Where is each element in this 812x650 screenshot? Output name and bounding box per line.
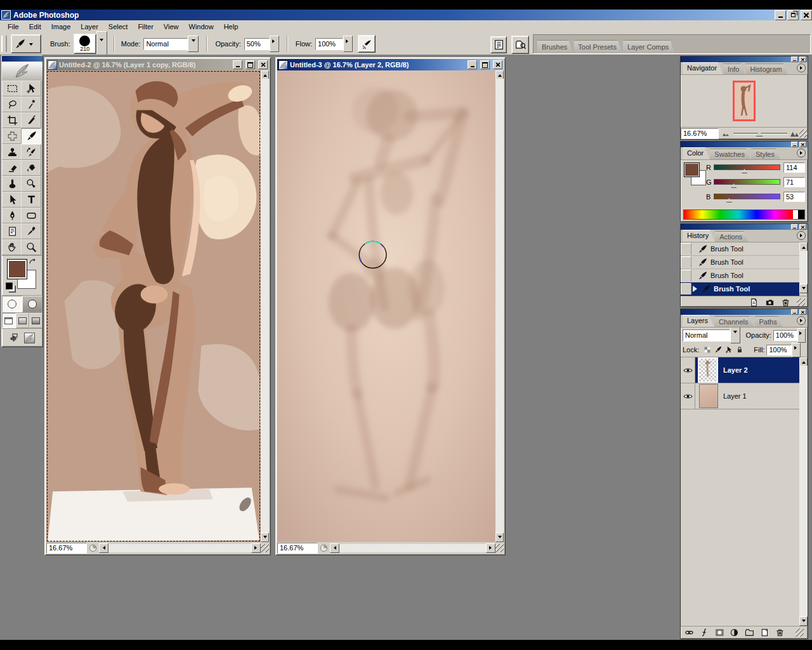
- menu-help[interactable]: Help: [219, 21, 244, 32]
- tab-histogram[interactable]: Histogram: [745, 63, 787, 74]
- navigator-palette-menu-button[interactable]: [797, 63, 806, 72]
- history-grip[interactable]: [681, 224, 808, 230]
- color-minimize-button[interactable]: [791, 142, 798, 147]
- tool-brush[interactable]: [21, 128, 41, 144]
- tool-type[interactable]: [21, 192, 41, 208]
- standard-mode-button[interactable]: [2, 296, 22, 312]
- doc1-resize-grip[interactable]: [261, 544, 269, 552]
- history-state-row[interactable]: Brush Tool: [681, 256, 799, 269]
- history-resize-grip[interactable]: [797, 298, 805, 307]
- fullscreen-menubar-mode-button[interactable]: [16, 313, 30, 328]
- red-value-field[interactable]: 114: [783, 162, 805, 173]
- jump-to-imageready-button[interactable]: [2, 328, 43, 347]
- adjustment-layer-icon[interactable]: [730, 628, 739, 637]
- mode-dropdown[interactable]: [188, 36, 199, 52]
- blue-value-field[interactable]: 53: [783, 192, 805, 202]
- layer-1-visibility-toggle[interactable]: [681, 383, 695, 409]
- tool-lasso[interactable]: [2, 96, 22, 112]
- opacity-spinner[interactable]: [270, 36, 279, 52]
- layer-row-layer-2[interactable]: Layer 2: [681, 357, 799, 383]
- navigator-view-box[interactable]: [733, 81, 756, 121]
- history-scrollbar[interactable]: [799, 242, 808, 293]
- tab-color[interactable]: Color: [683, 147, 709, 159]
- tab-paths[interactable]: Paths: [755, 316, 783, 327]
- tool-dodge[interactable]: [21, 176, 41, 192]
- menu-window[interactable]: Window: [184, 21, 219, 32]
- navigator-zoom-field[interactable]: 16.67%: [681, 128, 719, 139]
- menu-file[interactable]: File: [3, 21, 24, 32]
- restore-button[interactable]: [787, 10, 799, 20]
- history-state-row-selected[interactable]: Brush Tool: [681, 282, 799, 296]
- layer-mask-icon[interactable]: [715, 628, 724, 637]
- history-minimize-button[interactable]: [791, 224, 798, 230]
- doc2-hscroll-right[interactable]: [486, 543, 495, 553]
- layers-opacity-spinner[interactable]: [797, 328, 806, 343]
- layers-opacity-field[interactable]: 100%: [773, 330, 797, 341]
- new-document-from-state-icon[interactable]: [749, 298, 759, 307]
- brush-preset-picker[interactable]: 210: [74, 34, 96, 54]
- history-state-marker[interactable]: [693, 286, 700, 292]
- current-tool-button[interactable]: [11, 34, 41, 53]
- history-close-button[interactable]: [799, 224, 806, 230]
- tab-layers[interactable]: Layers: [683, 315, 714, 327]
- doc1-hscroll-track[interactable]: [108, 544, 251, 552]
- tool-dropdown-arrow[interactable]: [29, 43, 33, 48]
- doc2-hscroll-left[interactable]: [330, 543, 339, 553]
- minimize-button[interactable]: [775, 10, 786, 20]
- new-layer-icon[interactable]: [760, 628, 769, 637]
- lock-transparency-button[interactable]: [702, 345, 712, 355]
- tool-healing-brush[interactable]: [2, 128, 22, 144]
- flow-spinner[interactable]: [343, 36, 353, 52]
- blend-mode-dropdown[interactable]: [730, 327, 740, 343]
- tab-info[interactable]: Info: [723, 63, 745, 74]
- close-button[interactable]: [801, 10, 812, 20]
- doc1-vertical-scrollbar[interactable]: [261, 70, 269, 542]
- doc1-zoom-field[interactable]: 16.67%: [46, 543, 87, 554]
- well-tab-tool-presets[interactable]: Tool Presets: [573, 40, 622, 53]
- well-tab-layer-comps[interactable]: Layer Comps: [623, 40, 674, 53]
- menu-image[interactable]: Image: [46, 21, 76, 32]
- layers-scrollbar[interactable]: [799, 357, 808, 626]
- toolbox-logo[interactable]: [2, 62, 43, 81]
- well-tab-brushes[interactable]: Brushes: [537, 40, 573, 53]
- lock-position-button[interactable]: [723, 345, 734, 355]
- red-slider[interactable]: [714, 163, 780, 172]
- tool-notes[interactable]: [2, 223, 22, 239]
- doc1-minimize-button[interactable]: [233, 60, 242, 69]
- tab-swatches[interactable]: Swatches: [710, 149, 750, 159]
- color-close-button[interactable]: [799, 142, 806, 147]
- tool-slice[interactable]: [21, 112, 41, 128]
- doc1-canvas[interactable]: [46, 70, 261, 542]
- toggle-brushes-palette-button[interactable]: [490, 36, 507, 53]
- history-source-well[interactable]: [681, 256, 691, 268]
- menu-select[interactable]: Select: [103, 21, 133, 32]
- tool-rounded-rectangle[interactable]: [21, 208, 41, 223]
- blue-slider[interactable]: [714, 192, 780, 201]
- history-source-well[interactable]: [681, 270, 691, 281]
- layer-row-layer-1[interactable]: Layer 1: [681, 383, 799, 409]
- tab-channels[interactable]: Channels: [714, 316, 754, 327]
- green-value-field[interactable]: 71: [783, 177, 805, 187]
- tool-crop[interactable]: [2, 112, 22, 128]
- tool-move[interactable]: [21, 81, 41, 96]
- menu-edit[interactable]: Edit: [24, 21, 46, 32]
- standard-screen-mode-button[interactable]: [2, 313, 16, 328]
- navigator-grip[interactable]: [681, 56, 808, 62]
- tab-styles[interactable]: Styles: [751, 149, 780, 159]
- blend-mode-select[interactable]: Normal: [683, 329, 730, 342]
- doc2-canvas[interactable]: [277, 70, 495, 542]
- doc2-status-pie-icon[interactable]: [319, 543, 329, 553]
- delete-state-icon[interactable]: [781, 298, 790, 307]
- tool-history-brush[interactable]: [21, 144, 41, 160]
- doc2-maximize-button[interactable]: [480, 60, 490, 69]
- doc1-status-pie-icon[interactable]: [88, 543, 98, 553]
- mode-select[interactable]: Normal: [143, 38, 188, 50]
- airbrush-button[interactable]: [358, 35, 376, 53]
- toolbox-grip[interactable]: [2, 56, 43, 62]
- layer-1-thumbnail[interactable]: [699, 384, 718, 408]
- doc2-resize-grip[interactable]: [495, 544, 504, 552]
- doc2-titlebar[interactable]: Untitled-3 @ 16.7% (Layer 2, RGB/8): [277, 59, 504, 70]
- flow-field[interactable]: 100%: [315, 38, 343, 50]
- fill-field[interactable]: 100%: [766, 345, 792, 355]
- doc1-hscroll-right[interactable]: [251, 543, 261, 553]
